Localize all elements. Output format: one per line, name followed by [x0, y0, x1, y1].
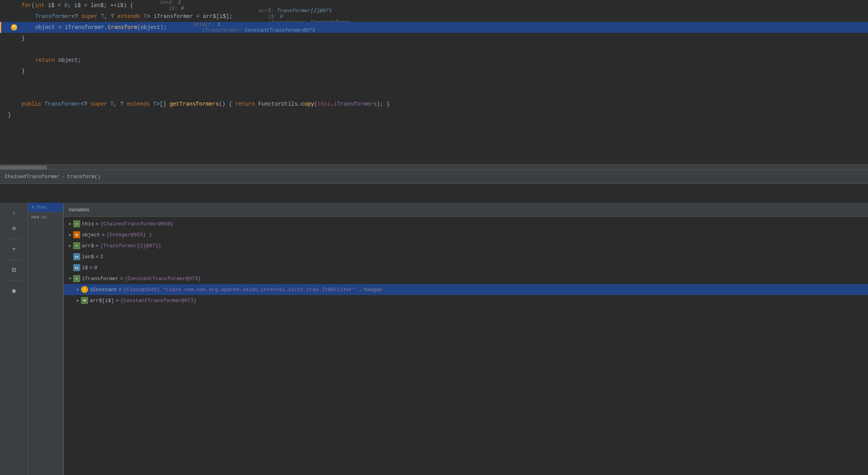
debug-panel: ↓ ⊘ + ⧉ ◉ 4.func ns4.cc Variables ▶ ≡ th… — [0, 203, 868, 475]
editor-scrollbar[interactable] — [0, 164, 868, 170]
toolbar-separator-1 — [7, 239, 21, 239]
var-icon-this: ≡ — [73, 220, 80, 227]
var-icon-object: ⊙ — [73, 231, 80, 238]
code-editor: for(int i$ = 0; i$ < len$; ++i$) { len$:… — [0, 0, 868, 164]
var-row-arr[interactable]: ▶ ≡ arr$ = {Transformer[2]@971} — [64, 240, 868, 251]
code-line-return: return object; — [0, 55, 868, 66]
gap-area — [0, 184, 868, 203]
code-line-for: for(int i$ = 0; i$ < len$; ++i$) { len$:… — [0, 0, 868, 11]
var-icon-len: 01 — [73, 253, 80, 260]
add-button[interactable]: + — [6, 242, 22, 256]
var-icon-itransformer: ≡ — [73, 275, 80, 282]
code-line-empty3 — [0, 88, 868, 99]
var-expand-iconstant[interactable]: ▶ — [75, 286, 81, 293]
var-value-arr-i: {ConstantTransformer@973} — [120, 298, 196, 304]
var-row-i[interactable]: ▶ 01 i$ = 0 — [64, 262, 868, 273]
breadcrumb-method: transform() — [67, 174, 101, 180]
variables-header: Variables — [64, 203, 868, 217]
breakpoint-icon: 💡 — [11, 24, 17, 31]
toolbar-separator-2 — [7, 259, 21, 260]
frame-item-0[interactable]: 4.func — [28, 203, 63, 212]
var-name-itransformer: iTransformer — [82, 276, 119, 282]
code-line-close1: } — [0, 33, 868, 44]
toolbar-separator-3 — [7, 280, 21, 281]
var-value-len: 2 — [100, 254, 103, 260]
var-expand-len: ▶ — [67, 254, 73, 260]
var-expand-object[interactable]: ▶ — [67, 232, 73, 238]
scrollbar-thumb[interactable] — [0, 166, 47, 169]
code-line-get-transformers: public Transformer<? super T, ? extends … — [0, 99, 868, 110]
frame-panel: 4.func ns4.cc — [28, 203, 63, 475]
code-line-transformer-decl: Transformer<? super T, ? extends T> iTra… — [0, 11, 868, 22]
variables-title: Variables — [68, 207, 89, 212]
debug-line-indicator — [0, 22, 1, 33]
var-row-this[interactable]: ▶ ≡ this = {ChainedTransformer@969} — [64, 218, 868, 229]
var-row-itransformer[interactable]: ▼ ≡ iTransformer = {ConstantTransformer@… — [64, 273, 868, 284]
var-value-i: 0 — [94, 265, 97, 271]
var-icon-arr: ≡ — [73, 242, 80, 249]
var-value-itransformer: {ConstantTransformer@973} — [124, 276, 201, 282]
breadcrumb-class: ChainedTransformer — [5, 174, 59, 180]
frame-item-1[interactable]: ns4.cc — [28, 212, 63, 222]
view-button[interactable]: ◉ — [6, 284, 22, 298]
var-name-arr-i: arr$[i$] — [90, 298, 114, 304]
breadcrumb-separator: › — [62, 175, 65, 179]
code-line-close3: } — [0, 110, 868, 121]
var-value-arr: {Transformer[2]@971} — [100, 243, 161, 249]
breadcrumb: ChainedTransformer › transform() — [0, 170, 868, 184]
var-icon-i: 01 — [73, 264, 80, 271]
var-expand-arr[interactable]: ▶ — [67, 243, 73, 249]
var-expand-arr-i[interactable]: ▶ — [75, 297, 81, 304]
var-row-len[interactable]: ▶ 01 len$ = 2 — [64, 251, 868, 262]
code-line-filler3 — [0, 142, 868, 153]
code-line-close2: } — [0, 66, 868, 77]
var-name-this: this — [82, 221, 94, 227]
var-name-len: len$ — [82, 254, 94, 260]
code-line-filler4 — [0, 153, 868, 164]
var-row-object[interactable]: ▶ ⊙ object = {Integer@955} 1 — [64, 229, 868, 240]
var-row-arr-i[interactable]: ▶ ∞ arr$[i$] = {ConstantTransformer@973} — [64, 295, 868, 306]
code-line-filler2 — [0, 131, 868, 142]
var-icon-arr-i: ∞ — [81, 297, 88, 304]
var-row-iconstant[interactable]: ▶ ! iConstant = {Class@1042} "class com.… — [64, 284, 868, 295]
navigate-link-iconstant[interactable]: ... Navigate — [358, 287, 382, 292]
variables-list: ▶ ≡ this = {ChainedTransformer@969} ▶ ⊙ … — [64, 217, 868, 475]
var-value-iconstant: {Class@1042} "class com.sun.org.apache.x… — [123, 287, 355, 293]
var-name-iconstant: iConstant — [90, 287, 117, 293]
var-expand-i: ▶ — [67, 264, 73, 271]
var-name-arr: arr$ — [82, 243, 94, 249]
variables-panel: Variables ▶ ≡ this = {ChainedTransformer… — [64, 203, 868, 475]
code-line-filler1 — [0, 121, 868, 131]
var-name-object: object — [82, 232, 100, 238]
debug-toolbar: ↓ ⊘ + ⧉ ◉ — [0, 203, 28, 475]
step-down-button[interactable]: ↓ — [6, 206, 22, 220]
var-value-this: {ChainedTransformer@969} — [100, 221, 173, 227]
filter-button[interactable]: ⊘ — [6, 221, 22, 236]
code-line-empty2 — [0, 77, 868, 88]
code-line-object-transform: 💡 object = iTransformer.transform(object… — [0, 22, 868, 33]
var-expand-this[interactable]: ▶ — [67, 221, 73, 227]
copy-button[interactable]: ⧉ — [6, 263, 22, 277]
code-line-empty1 — [0, 44, 868, 55]
var-icon-iconstant: ! — [81, 286, 88, 293]
var-value-object: {Integer@955} 1 — [106, 232, 152, 238]
var-expand-itransformer[interactable]: ▼ — [67, 275, 73, 282]
var-name-i: i$ — [82, 265, 88, 271]
